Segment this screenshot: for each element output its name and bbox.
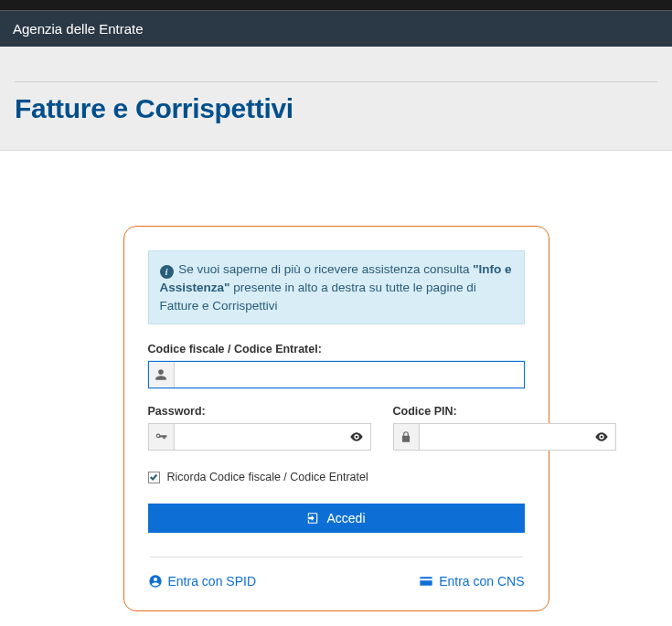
page-title: Fatture e Corrispettivi [15,93,657,124]
pin-label: Codice PIN: [393,405,616,418]
cns-link[interactable]: Entra con CNS [419,574,524,589]
cns-label: Entra con CNS [439,574,524,589]
person-icon [149,362,175,387]
content-area: i Se vuoi saperne di più o ricevere assi… [0,151,672,611]
info-text-prefix: Se vuoi saperne di più o ricevere assist… [178,262,473,276]
check-icon [149,472,158,482]
toggle-password-visibility[interactable] [343,424,370,450]
cf-input[interactable] [175,362,524,387]
remember-checkbox[interactable] [148,472,160,483]
spid-link[interactable]: Entra con SPID [148,574,257,589]
cf-input-group [148,361,525,388]
alt-logins: Entra con SPID Entra con CNS [148,574,525,589]
eye-icon [349,430,364,444]
eye-icon [594,430,609,444]
password-label: Password: [148,405,371,418]
title-section: Fatture e Corrispettivi [0,47,672,151]
card-icon [419,574,433,589]
pin-input-group [393,423,616,451]
pin-input[interactable] [420,424,588,450]
toggle-pin-visibility[interactable] [588,424,615,450]
password-input[interactable] [175,424,343,450]
spid-label: Entra con SPID [168,574,257,589]
login-card: i Se vuoi saperne di più o ricevere assi… [123,226,549,611]
info-box: i Se vuoi saperne di più o ricevere assi… [148,250,525,324]
header-bar: Agenzia delle Entrate [0,11,672,47]
separator [150,557,523,557]
remember-label: Ricorda Codice fiscale / Codice Entratel [167,471,368,483]
login-button-label: Accedi [326,511,365,525]
remember-row: Ricorda Codice fiscale / Codice Entratel [148,471,525,483]
cf-label: Codice fiscale / Codice Entratel: [148,343,525,355]
brand-text: Agenzia delle Entrate [13,21,144,37]
key-icon [149,424,175,450]
login-icon [306,512,319,525]
login-button[interactable]: Accedi [148,504,525,533]
top-stripe [0,0,672,11]
title-divider [15,81,657,82]
lock-icon [394,424,420,450]
password-input-group [148,423,371,451]
person-circle-icon [148,574,163,589]
info-icon: i [160,265,174,279]
